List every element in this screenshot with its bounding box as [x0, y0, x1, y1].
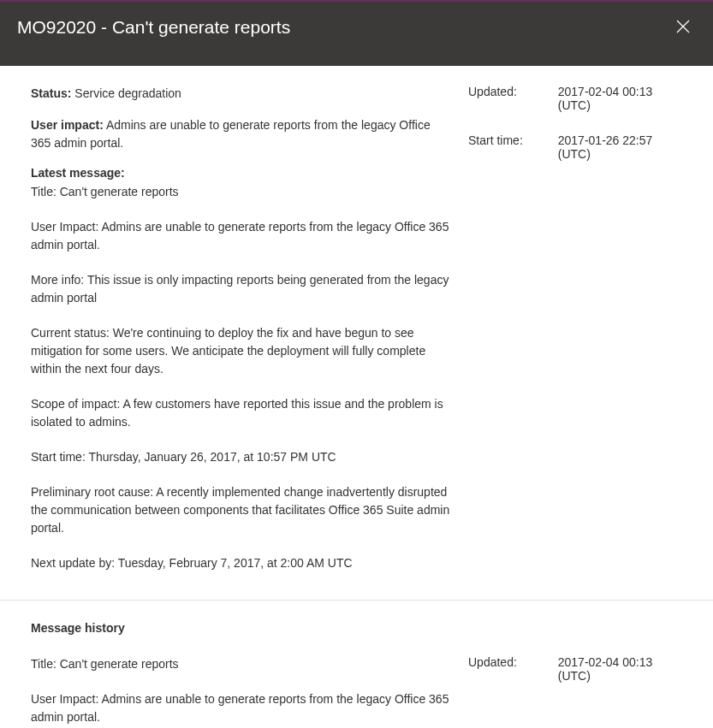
- history-updated-value: 2017-02-04 00:13 (UTC): [558, 655, 682, 683]
- status-label: Status:: [31, 86, 71, 100]
- latest-message-label: Latest message:: [31, 166, 451, 180]
- message-root-cause: Preliminary root cause: A recently imple…: [31, 483, 451, 537]
- panel-title: MO92020 - Can't generate reports: [17, 17, 290, 38]
- panel-header: MO92020 - Can't generate reports: [0, 2, 713, 66]
- message-title: Title: Can't generate reports: [31, 183, 451, 201]
- message-more-info: More info: This issue is only impacting …: [31, 271, 451, 307]
- details-right: Updated: 2017-02-04 00:13 (UTC) Start ti…: [468, 85, 682, 572]
- panel-content: Status: Service degradation User impact:…: [0, 66, 713, 728]
- history-message-user-impact: User Impact: Admins are unable to genera…: [31, 690, 451, 726]
- user-impact-label: User impact:: [31, 118, 104, 132]
- close-button[interactable]: [670, 17, 696, 40]
- message-start-time: Start time: Thursday, January 26, 2017, …: [31, 448, 451, 466]
- start-time-value: 2017-01-26 22:57 (UTC): [558, 133, 682, 161]
- message-history-section: Message history Title: Can't generate re…: [31, 621, 682, 728]
- message-next-update: Next update by: Tuesday, February 7, 201…: [31, 554, 451, 572]
- message-scope: Scope of impact: A few customers have re…: [31, 395, 451, 431]
- start-time-row: Start time: 2017-01-26 22:57 (UTC): [468, 133, 682, 161]
- start-time-label: Start time:: [468, 133, 558, 161]
- user-impact-field: User impact: Admins are unable to genera…: [31, 116, 451, 152]
- history-entry: Title: Can't generate reports User Impac…: [31, 654, 682, 728]
- history-updated-row: Updated: 2017-02-04 00:13 (UTC): [468, 655, 682, 683]
- updated-row: Updated: 2017-02-04 00:13 (UTC): [468, 85, 682, 112]
- latest-message-body: Title: Can't generate reports User Impac…: [31, 183, 451, 572]
- history-left: Title: Can't generate reports User Impac…: [31, 654, 468, 728]
- history-message-title: Title: Can't generate reports: [31, 655, 451, 673]
- message-current-status: Current status: We're continuing to depl…: [31, 324, 451, 378]
- updated-value: 2017-02-04 00:13 (UTC): [558, 85, 682, 112]
- history-updated-label: Updated:: [468, 655, 558, 683]
- status-field: Status: Service degradation: [31, 85, 451, 103]
- history-message-body: Title: Can't generate reports User Impac…: [31, 655, 451, 728]
- message-history-heading: Message history: [31, 621, 682, 635]
- details-section: Status: Service degradation User impact:…: [31, 85, 682, 572]
- updated-label: Updated:: [468, 85, 558, 112]
- section-divider: [0, 600, 713, 601]
- status-value: Service degradation: [74, 86, 181, 100]
- message-user-impact: User Impact: Admins are unable to genera…: [31, 218, 451, 254]
- close-icon: [675, 21, 691, 38]
- history-right: Updated: 2017-02-04 00:13 (UTC): [468, 654, 682, 728]
- details-left: Status: Service degradation User impact:…: [31, 85, 468, 572]
